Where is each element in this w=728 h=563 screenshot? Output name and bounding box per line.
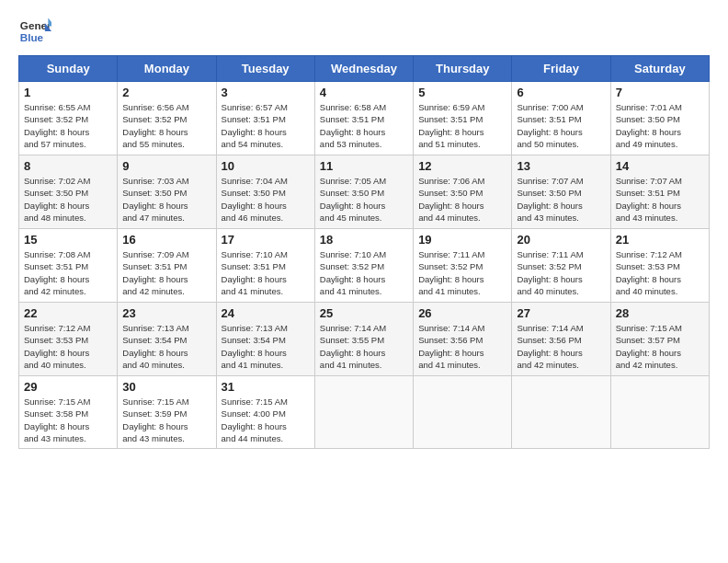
calendar-cell: 27Sunrise: 7:14 AM Sunset: 3:56 PM Dayli…	[512, 303, 610, 376]
cell-info: Sunrise: 7:13 AM Sunset: 3:54 PM Dayligh…	[222, 322, 310, 371]
calendar-cell	[414, 376, 512, 449]
calendar-cell: 14Sunrise: 7:07 AM Sunset: 3:51 PM Dayli…	[610, 155, 709, 229]
calendar-cell	[512, 376, 610, 449]
day-number: 3	[222, 86, 310, 99]
svg-text:Blue: Blue	[20, 31, 44, 43]
day-number: 27	[517, 306, 605, 320]
cell-info: Sunrise: 7:09 AM Sunset: 3:51 PM Dayligh…	[122, 248, 210, 297]
calendar-cell: 3Sunrise: 6:57 AM Sunset: 3:51 PM Daylig…	[216, 82, 314, 155]
day-header-tuesday: Tuesday	[216, 56, 314, 82]
cell-info: Sunrise: 6:58 AM Sunset: 3:51 PM Dayligh…	[320, 101, 408, 150]
week-row-3: 15Sunrise: 7:08 AM Sunset: 3:51 PM Dayli…	[19, 229, 710, 303]
day-number: 18	[320, 233, 408, 247]
day-number: 25	[320, 306, 408, 320]
calendar-cell: 21Sunrise: 7:12 AM Sunset: 3:53 PM Dayli…	[610, 229, 709, 303]
calendar-cell: 29Sunrise: 7:15 AM Sunset: 3:58 PM Dayli…	[19, 376, 118, 449]
cell-info: Sunrise: 6:56 AM Sunset: 3:52 PM Dayligh…	[122, 101, 210, 150]
calendar-cell: 31Sunrise: 7:15 AM Sunset: 4:00 PM Dayli…	[216, 376, 314, 449]
header: General Blue	[18, 15, 710, 48]
day-number: 19	[418, 233, 506, 247]
calendar-cell: 15Sunrise: 7:08 AM Sunset: 3:51 PM Dayli…	[19, 229, 118, 303]
cell-info: Sunrise: 7:10 AM Sunset: 3:52 PM Dayligh…	[320, 248, 408, 297]
day-number: 1	[24, 86, 112, 99]
day-number: 23	[122, 306, 210, 320]
calendar-cell: 17Sunrise: 7:10 AM Sunset: 3:51 PM Dayli…	[216, 229, 314, 303]
logo: General Blue	[18, 15, 55, 48]
cell-info: Sunrise: 7:03 AM Sunset: 3:50 PM Dayligh…	[122, 175, 210, 224]
day-number: 24	[222, 306, 310, 320]
day-number: 22	[24, 306, 112, 320]
day-number: 6	[517, 86, 605, 99]
cell-info: Sunrise: 7:12 AM Sunset: 3:53 PM Dayligh…	[616, 248, 704, 297]
calendar-cell: 12Sunrise: 7:06 AM Sunset: 3:50 PM Dayli…	[414, 155, 512, 229]
day-number: 14	[616, 159, 704, 173]
calendar-cell: 28Sunrise: 7:15 AM Sunset: 3:57 PM Dayli…	[610, 303, 709, 376]
cell-info: Sunrise: 7:14 AM Sunset: 3:56 PM Dayligh…	[517, 322, 605, 371]
calendar-table: SundayMondayTuesdayWednesdayThursdayFrid…	[18, 55, 710, 449]
week-row-1: 1Sunrise: 6:55 AM Sunset: 3:52 PM Daylig…	[19, 82, 710, 155]
day-header-friday: Friday	[512, 56, 610, 82]
calendar-cell: 22Sunrise: 7:12 AM Sunset: 3:53 PM Dayli…	[19, 303, 118, 376]
cell-info: Sunrise: 7:15 AM Sunset: 4:00 PM Dayligh…	[222, 396, 310, 444]
calendar-cell: 23Sunrise: 7:13 AM Sunset: 3:54 PM Dayli…	[118, 303, 216, 376]
calendar-cell: 18Sunrise: 7:10 AM Sunset: 3:52 PM Dayli…	[314, 229, 413, 303]
calendar-cell: 16Sunrise: 7:09 AM Sunset: 3:51 PM Dayli…	[118, 229, 216, 303]
calendar-cell: 1Sunrise: 6:55 AM Sunset: 3:52 PM Daylig…	[19, 82, 118, 155]
calendar-cell: 10Sunrise: 7:04 AM Sunset: 3:50 PM Dayli…	[216, 155, 314, 229]
day-number: 5	[418, 86, 506, 99]
week-row-4: 22Sunrise: 7:12 AM Sunset: 3:53 PM Dayli…	[19, 303, 710, 376]
day-number: 12	[418, 159, 506, 173]
day-number: 21	[616, 233, 704, 247]
day-header-wednesday: Wednesday	[314, 56, 413, 82]
week-row-2: 8Sunrise: 7:02 AM Sunset: 3:50 PM Daylig…	[19, 155, 710, 229]
cell-info: Sunrise: 7:07 AM Sunset: 3:50 PM Dayligh…	[517, 175, 605, 224]
cell-info: Sunrise: 7:01 AM Sunset: 3:50 PM Dayligh…	[616, 101, 704, 150]
page: General Blue SundayMondayTuesdayWednesda…	[0, 0, 728, 563]
cell-info: Sunrise: 7:04 AM Sunset: 3:50 PM Dayligh…	[222, 175, 310, 224]
calendar-cell: 11Sunrise: 7:05 AM Sunset: 3:50 PM Dayli…	[314, 155, 413, 229]
cell-info: Sunrise: 7:15 AM Sunset: 3:57 PM Dayligh…	[616, 322, 704, 371]
day-number: 17	[222, 233, 310, 247]
calendar-cell: 24Sunrise: 7:13 AM Sunset: 3:54 PM Dayli…	[216, 303, 314, 376]
cell-info: Sunrise: 7:05 AM Sunset: 3:50 PM Dayligh…	[320, 175, 408, 224]
cell-info: Sunrise: 7:02 AM Sunset: 3:50 PM Dayligh…	[24, 175, 112, 224]
cell-info: Sunrise: 7:00 AM Sunset: 3:51 PM Dayligh…	[517, 101, 605, 150]
cell-info: Sunrise: 6:57 AM Sunset: 3:51 PM Dayligh…	[222, 101, 310, 150]
cell-info: Sunrise: 7:11 AM Sunset: 3:52 PM Dayligh…	[418, 248, 506, 297]
day-number: 8	[24, 159, 112, 173]
calendar-cell: 19Sunrise: 7:11 AM Sunset: 3:52 PM Dayli…	[414, 229, 512, 303]
cell-info: Sunrise: 7:14 AM Sunset: 3:55 PM Dayligh…	[320, 322, 408, 371]
cell-info: Sunrise: 7:08 AM Sunset: 3:51 PM Dayligh…	[24, 248, 112, 297]
calendar-cell: 30Sunrise: 7:15 AM Sunset: 3:59 PM Dayli…	[118, 376, 216, 449]
day-number: 30	[122, 380, 210, 394]
day-number: 26	[418, 306, 506, 320]
day-number: 20	[517, 233, 605, 247]
calendar-cell: 25Sunrise: 7:14 AM Sunset: 3:55 PM Dayli…	[314, 303, 413, 376]
cell-info: Sunrise: 6:59 AM Sunset: 3:51 PM Dayligh…	[418, 101, 506, 150]
cell-info: Sunrise: 7:14 AM Sunset: 3:56 PM Dayligh…	[418, 322, 506, 371]
day-number: 7	[616, 86, 704, 99]
calendar-cell: 7Sunrise: 7:01 AM Sunset: 3:50 PM Daylig…	[610, 82, 709, 155]
calendar-cell: 13Sunrise: 7:07 AM Sunset: 3:50 PM Dayli…	[512, 155, 610, 229]
day-number: 31	[222, 380, 310, 394]
day-header-sunday: Sunday	[19, 56, 118, 82]
cell-info: Sunrise: 7:15 AM Sunset: 3:58 PM Dayligh…	[24, 396, 112, 444]
logo-icon: General Blue	[18, 15, 51, 48]
calendar-cell	[610, 376, 709, 449]
calendar-cell: 6Sunrise: 7:00 AM Sunset: 3:51 PM Daylig…	[512, 82, 610, 155]
cell-info: Sunrise: 7:11 AM Sunset: 3:52 PM Dayligh…	[517, 248, 605, 297]
day-number: 11	[320, 159, 408, 173]
day-number: 16	[122, 233, 210, 247]
day-header-monday: Monday	[118, 56, 216, 82]
calendar-cell: 9Sunrise: 7:03 AM Sunset: 3:50 PM Daylig…	[118, 155, 216, 229]
header-row: SundayMondayTuesdayWednesdayThursdayFrid…	[19, 56, 710, 82]
day-number: 2	[122, 86, 210, 99]
week-row-5: 29Sunrise: 7:15 AM Sunset: 3:58 PM Dayli…	[19, 376, 710, 449]
cell-info: Sunrise: 6:55 AM Sunset: 3:52 PM Dayligh…	[24, 101, 112, 150]
cell-info: Sunrise: 7:07 AM Sunset: 3:51 PM Dayligh…	[616, 175, 704, 224]
day-number: 13	[517, 159, 605, 173]
calendar-cell	[314, 376, 413, 449]
day-header-thursday: Thursday	[414, 56, 512, 82]
day-number: 15	[24, 233, 112, 247]
day-header-saturday: Saturday	[610, 56, 709, 82]
